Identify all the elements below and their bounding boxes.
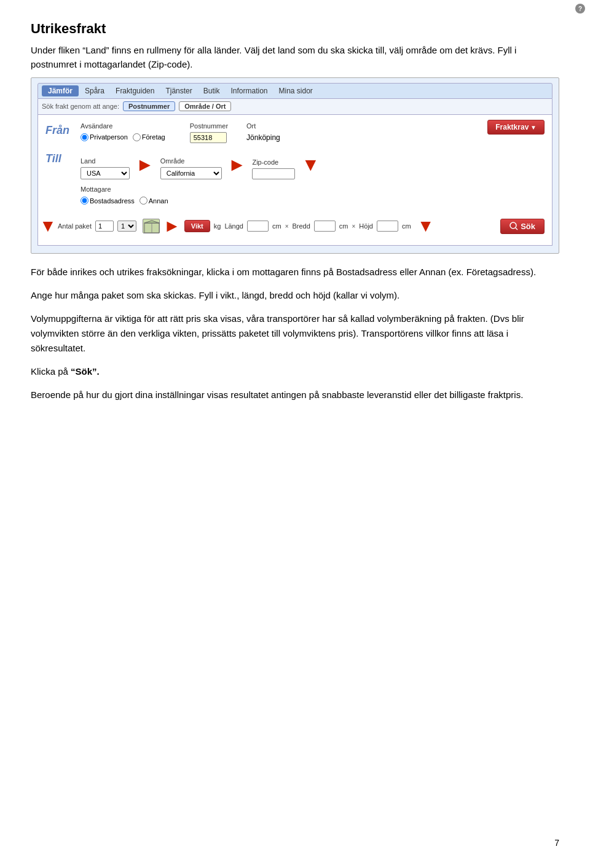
intro-paragraph: Under fliken “Land” finns en rullmeny fö… [31, 44, 559, 71]
land-label: Land [81, 156, 130, 166]
till-label: Till [45, 151, 73, 167]
avsandare-radio-group: Privatperson Företag [81, 132, 165, 143]
search-row: Sök frakt genom att ange: Postnummer Omr… [37, 99, 553, 115]
sok-button[interactable]: Sök [500, 219, 545, 234]
body-para-3: Volymuppgifterna är viktiga för att rätt… [31, 311, 559, 356]
arrow-down-sok-icon: ▼ [417, 213, 435, 239]
postnummer-input[interactable] [190, 132, 227, 143]
bostadsadress-radio[interactable] [81, 197, 88, 205]
page-title: Utrikesfrakt [31, 18, 559, 39]
antal-paket-select[interactable]: 1 [117, 221, 136, 232]
tab-tjanster[interactable]: Tjänster [160, 85, 197, 96]
help-icon[interactable]: ? [575, 4, 585, 14]
foretag-radio[interactable] [133, 133, 141, 141]
arrow-right-vikt-icon: ► [163, 213, 181, 239]
omrade-select[interactable]: California [160, 167, 222, 179]
arrow-right-zipcode-icon: ► [228, 151, 246, 178]
package-icon [143, 219, 160, 233]
bredd-label: Bredd [292, 221, 310, 232]
foretag-radio-label[interactable]: Företag [133, 132, 165, 143]
form-area: Fraktkrav Från Avsändare Privatperson [37, 115, 553, 246]
langd-input[interactable] [247, 221, 269, 232]
land-select[interactable]: USA [81, 167, 130, 179]
annan-radio-label[interactable]: Annan [140, 196, 168, 206]
svg-line-4 [516, 228, 517, 230]
avsandare-label: Avsändare [81, 121, 165, 131]
hojd-label: Höjd [359, 221, 373, 232]
privatperson-radio[interactable] [81, 133, 88, 141]
x2-sep: × [352, 222, 356, 231]
bostadsadress-radio-label[interactable]: Bostadsadress [81, 196, 135, 206]
sok-bold-label: “Sök”. [71, 366, 100, 377]
antal-paket-label: Antal paket [58, 221, 92, 232]
svg-point-3 [510, 222, 516, 229]
hojd-input[interactable] [377, 221, 398, 232]
fraktkrav-button[interactable]: Fraktkrav [487, 120, 545, 135]
search-icon [509, 222, 518, 230]
screenshot-illustration: Jämför Spåra Fraktguiden Tjänster Butik … [31, 77, 559, 254]
bredd-input[interactable] [314, 221, 336, 232]
body-para-5: Beroende på hur du gjort dina inställnin… [31, 388, 559, 402]
svg-marker-2 [144, 221, 159, 223]
search-label: Sök frakt genom att ange: [42, 101, 119, 112]
tab-fraktguiden[interactable]: Fraktguiden [111, 85, 159, 96]
tab-butik[interactable]: Butik [199, 85, 225, 96]
body-para-2: Ange hur många paket som ska skickas. Fy… [31, 288, 559, 303]
omrade-label: Område [160, 156, 222, 166]
ort-label: Ort [246, 121, 280, 131]
search-omrade-btn[interactable]: Område / Ort [179, 101, 231, 111]
tab-jamfor[interactable]: Jämför [42, 85, 79, 96]
tab-information[interactable]: Information [226, 85, 272, 96]
postnummer-label: Postnummer [190, 121, 228, 131]
fran-label: Från [45, 121, 73, 139]
mottagare-label: Mottagare [81, 184, 168, 195]
vikt-button[interactable]: Vikt [184, 220, 210, 232]
nav-bar: Jämför Spåra Fraktguiden Tjänster Butik … [37, 83, 553, 99]
zipcode-input[interactable] [252, 168, 295, 179]
kg-label: kg [214, 221, 221, 232]
tab-spara[interactable]: Spåra [80, 85, 109, 96]
privatperson-radio-label[interactable]: Privatperson [81, 132, 128, 143]
dimensions-row: ▼ Antal paket 1 ► Vikt kg Längd cm × [45, 213, 545, 239]
cm1-label: cm [272, 221, 281, 232]
search-postnummer-btn[interactable]: Postnummer [123, 101, 175, 111]
x1-sep: × [285, 222, 289, 231]
ort-value: Jönköping [246, 132, 280, 143]
mottagare-radio-group: Bostadsadress Annan [81, 196, 168, 206]
arrow-left-bottom-icon: ▼ [39, 213, 57, 239]
langd-label: Längd [224, 221, 243, 232]
zipcode-label: Zip-code [252, 157, 295, 168]
antal-paket-input[interactable] [95, 221, 114, 232]
annan-radio[interactable] [140, 197, 148, 205]
arrow-right-omrade-icon: ► [136, 151, 154, 178]
tab-mina-sidor[interactable]: Mina sidor [274, 85, 318, 96]
body-para-1: För både inrikes och utrikes fraksökning… [31, 265, 559, 280]
cm3-label: cm [402, 221, 411, 232]
page-number: 7 [554, 837, 559, 850]
arrow-down-icon: ▼ [301, 151, 320, 178]
cm2-label: cm [339, 221, 348, 232]
body-para-4: Klicka på “Sök”. [31, 364, 559, 379]
